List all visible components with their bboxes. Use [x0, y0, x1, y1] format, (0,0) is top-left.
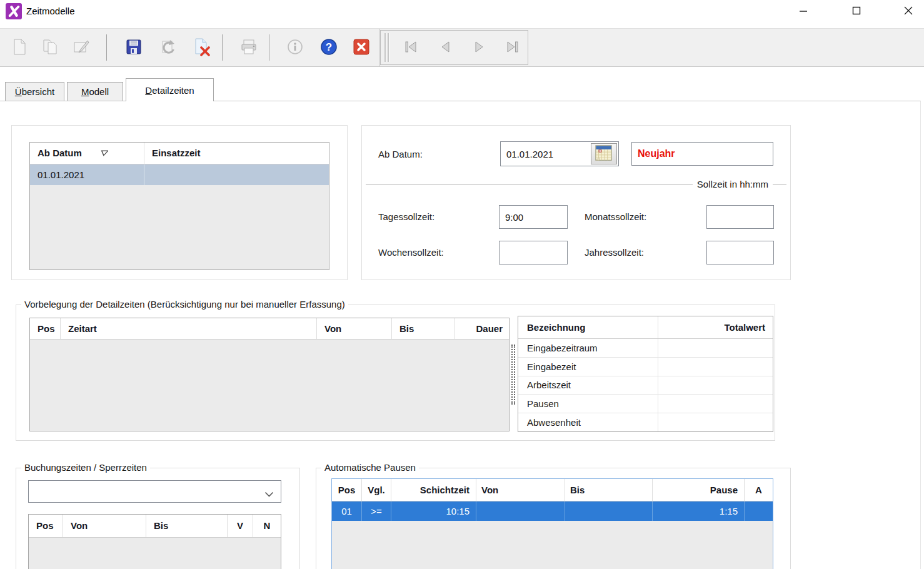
cell-bezeichnung: Eingabezeit [518, 361, 658, 372]
ab-datum-label: Ab Datum: [378, 148, 423, 161]
cell-bezeichnung: Arbeitszeit [518, 380, 658, 390]
column-header-von[interactable]: Von [476, 479, 565, 501]
copy-record-button[interactable] [36, 33, 64, 63]
column-header-bis[interactable]: Bis [565, 479, 652, 501]
delete-record-button[interactable] [187, 33, 216, 63]
wochensollzeit-label: Wochensollzeit: [378, 246, 444, 259]
vorbelegung-total-table: Bezeichnung Totalwert Eingabezeitraum Ei… [518, 316, 773, 432]
column-header-von[interactable]: Von [63, 515, 146, 537]
column-header-pos[interactable]: Pos [29, 515, 63, 537]
jahressollzeit-label: Jahressollzeit: [585, 246, 644, 259]
column-header-totalwert[interactable]: Totalwert [658, 316, 773, 338]
undo-button[interactable] [153, 33, 182, 63]
column-header-zeitart[interactable]: Zeitart [60, 318, 316, 339]
ab-datum-value: 01.01.2021 [506, 149, 553, 159]
cell-pos: 01 [332, 501, 361, 521]
column-header-bis[interactable]: Bis [146, 515, 227, 537]
column-header-label: Einsatzzeit [152, 148, 201, 158]
buchungszeiten-combobox[interactable] [28, 480, 281, 503]
column-header-pos[interactable]: Pos [332, 479, 361, 501]
column-header-bezeichnung[interactable]: Bezeichnung [518, 316, 658, 338]
ab-datum-input[interactable]: 01.01.2021 [500, 141, 619, 166]
toolbar-separator [222, 34, 223, 61]
help-icon: ? [319, 38, 338, 58]
new-record-button[interactable] [5, 33, 34, 63]
nav-previous-button[interactable] [431, 33, 459, 63]
sollzeit-caption-label: Sollzeit in hh:mm [693, 179, 773, 189]
exit-button[interactable] [347, 33, 376, 63]
info-button[interactable] [281, 33, 309, 63]
cell-von [476, 501, 565, 521]
nav-first-button[interactable] [396, 33, 425, 63]
monatssollzeit-label: Monatssollzeit: [585, 211, 646, 223]
tagessollzeit-input[interactable]: 9:00 [499, 205, 568, 229]
wochensollzeit-input[interactable] [499, 241, 568, 264]
column-header-vgl[interactable]: Vgl. [361, 479, 391, 501]
cell-bis [565, 501, 652, 521]
column-header-einsatzzeit[interactable]: Einsatzzeit [144, 143, 329, 164]
help-button[interactable]: ? [314, 33, 343, 63]
cell-totalwert [658, 413, 773, 431]
total-table-row[interactable]: Eingabezeit [518, 358, 773, 376]
cell-bezeichnung: Abwesenheit [518, 417, 658, 428]
monatssollzeit-input[interactable] [706, 205, 774, 229]
column-header-ab-datum[interactable]: Ab Datum [30, 143, 144, 164]
cell-vgl: >= [361, 501, 391, 521]
minimize-button[interactable] [789, 0, 818, 23]
pausen-table: Pos Vgl. Schichtzeit Von Bis Pause A 01 … [331, 478, 773, 569]
total-table-row[interactable]: Eingabezeitraum [518, 339, 773, 358]
window-title: Zeitmodelle [26, 0, 75, 23]
cell-totalwert [658, 376, 773, 395]
calendar-picker-button[interactable] [591, 143, 617, 164]
maximize-button[interactable] [842, 0, 871, 23]
chevron-down-icon [264, 489, 274, 500]
nav-last-button[interactable] [498, 33, 527, 63]
cell-schichtzeit: 10:15 [391, 501, 476, 521]
vorbelegung-zeiten-table: Pos Zeitart Von Bis Dauer [29, 318, 510, 431]
pausen-row-selected[interactable]: 01 >= 10:15 1:15 [332, 501, 773, 521]
save-button[interactable] [119, 33, 148, 63]
table-splitter-handle[interactable] [511, 345, 516, 405]
toolbar-grip[interactable] [384, 33, 389, 62]
minimize-icon [799, 7, 808, 16]
total-table-row[interactable]: Pausen [518, 395, 773, 413]
date-list-row-selected[interactable]: 01.01.2021 [30, 164, 329, 185]
zeitmodelle-window: Zeitmodelle [0, 0, 924, 569]
main-toolbar: ? [0, 29, 380, 66]
cell-totalwert [658, 395, 773, 413]
print-button[interactable] [234, 33, 263, 63]
column-header-pause[interactable]: Pause [652, 479, 744, 501]
column-header-von[interactable]: Von [316, 318, 391, 339]
column-header-n[interactable]: N [253, 515, 281, 537]
save-floppy-icon [124, 38, 143, 58]
pausen-empty-area [332, 521, 773, 569]
exit-icon [352, 38, 371, 58]
date-list-table: Ab Datum Einsatzzeit 01.01.2021 [29, 142, 329, 270]
sort-descending-icon [99, 150, 108, 156]
column-header-bis[interactable]: Bis [391, 318, 454, 339]
column-header-v[interactable]: V [227, 515, 253, 537]
column-header-dauer[interactable]: Dauer [454, 318, 509, 339]
close-button[interactable] [894, 0, 923, 23]
tab-uebersicht[interactable]: Übersicht [5, 82, 64, 101]
jahressollzeit-input[interactable] [706, 241, 774, 264]
app-logo-icon [6, 3, 22, 21]
sollzeit-group-caption: Sollzeit in hh:mm [366, 178, 786, 189]
column-header-pos[interactable]: Pos [30, 318, 60, 339]
toolbar-separator [106, 34, 107, 61]
edit-record-button[interactable] [67, 33, 96, 63]
buchungszeiten-group-title: Buchungszeiten / Sperrzeiten [21, 462, 150, 473]
vorbelegung-group-title: Vorbelegung der Detailzeiten (Berücksich… [21, 299, 348, 310]
buchungszeiten-table: Pos Von Bis V N [28, 514, 281, 569]
calendar-icon [594, 144, 614, 164]
toolbar: ? [0, 28, 924, 67]
total-table-row[interactable]: Arbeitszeit [518, 376, 773, 395]
column-header-a[interactable]: A [744, 479, 773, 501]
tab-detailzeiten[interactable]: Detailzeiten [126, 78, 214, 101]
nav-first-icon [401, 38, 420, 58]
column-header-schichtzeit[interactable]: Schichtzeit [391, 479, 476, 501]
tab-modell[interactable]: Modell [67, 82, 123, 101]
total-table-row[interactable]: Abwesenheit [518, 413, 773, 431]
nav-next-button[interactable] [465, 33, 494, 63]
bezeichnung-input[interactable]: Neujahr [631, 142, 773, 166]
